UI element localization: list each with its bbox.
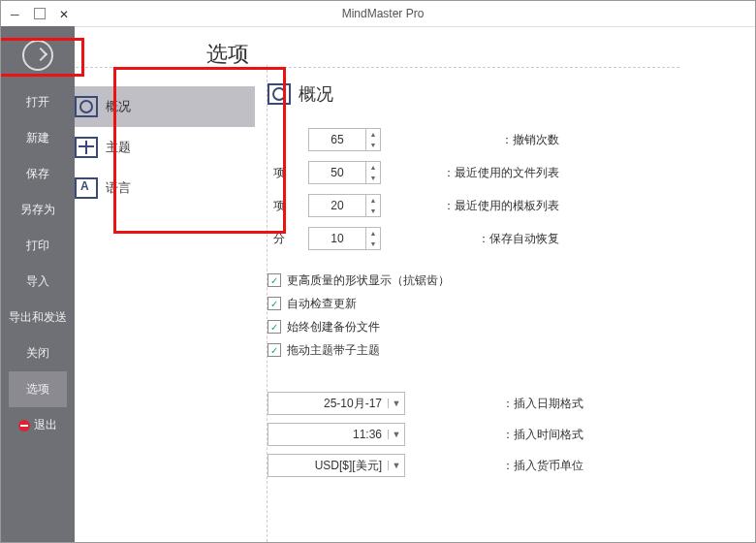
page-title: 选项 bbox=[75, 40, 249, 69]
select-0[interactable]: 25-10月-17▼ bbox=[268, 392, 405, 415]
checkbox-row-1[interactable]: 自动检查更新✓ bbox=[268, 292, 738, 315]
section-title: 概况 bbox=[268, 82, 738, 106]
nav-item-3[interactable]: 另存为 bbox=[9, 192, 67, 228]
checkbox-row-0[interactable]: 更高质量的形状显示（抗锯齿）✓ bbox=[268, 269, 738, 292]
option-icon-2 bbox=[75, 177, 98, 199]
spinner-row-0: 撤销次数：65▲▼ bbox=[268, 125, 738, 154]
spinner-row-2: 最近使用的模板列表：20▲▼项 bbox=[268, 191, 738, 220]
exit-icon bbox=[18, 420, 30, 431]
checkbox-2[interactable]: ✓ bbox=[268, 320, 281, 334]
spinner-1[interactable]: 50▲▼ bbox=[308, 161, 381, 184]
option-0[interactable]: 概况 bbox=[75, 86, 255, 127]
nav-item-2[interactable]: 保存 bbox=[9, 156, 67, 192]
nav-item-4[interactable]: 打印 bbox=[9, 228, 67, 264]
option-icon-0 bbox=[75, 96, 98, 117]
select-1[interactable]: 11:36▼ bbox=[268, 423, 405, 446]
content-pane: 概况 撤销次数：65▲▼最近使用的文件列表：50▲▼项最近使用的模板列表：20▲… bbox=[267, 65, 755, 542]
titlebar: ─ ✕ MindMaster Pro bbox=[1, 1, 755, 27]
options-sidebar: 选项 概况主题语言 bbox=[75, 26, 267, 542]
select-2[interactable]: USD[$][美元]▼ bbox=[268, 454, 405, 477]
nav-item-9[interactable]: 退出 bbox=[9, 407, 67, 443]
close-icon[interactable]: ✕ bbox=[59, 8, 69, 17]
max-icon[interactable] bbox=[34, 8, 46, 19]
select-row-2: 插入货币单位：USD[$][美元]▼ bbox=[268, 451, 738, 480]
spinner-row-1: 最近使用的文件列表：50▲▼项 bbox=[268, 158, 738, 187]
chevron-down-icon: ▼ bbox=[388, 399, 404, 408]
checkbox-row-2[interactable]: 始终创建备份文件✓ bbox=[268, 315, 738, 338]
spinner-2[interactable]: 20▲▼ bbox=[308, 194, 381, 217]
option-icon-1 bbox=[75, 137, 98, 158]
chevron-down-icon: ▼ bbox=[388, 430, 404, 439]
option-2[interactable]: 语言 bbox=[75, 168, 249, 208]
checkbox-3[interactable]: ✓ bbox=[268, 343, 281, 357]
nav-item-7[interactable]: 关闭 bbox=[9, 335, 67, 371]
spinner-3[interactable]: 10▲▼ bbox=[308, 227, 381, 250]
select-row-1: 插入时间格式：11:36▼ bbox=[268, 420, 738, 449]
select-row-0: 插入日期格式：25-10月-17▼ bbox=[268, 389, 738, 418]
chevron-down-icon: ▼ bbox=[388, 461, 404, 470]
nav-item-1[interactable]: 新建 bbox=[9, 120, 67, 156]
option-1[interactable]: 主题 bbox=[75, 127, 249, 168]
app-window: ─ ✕ MindMaster Pro 登录 打开新建保存另存为打印导入导出和发送… bbox=[0, 0, 756, 543]
checkbox-1[interactable]: ✓ bbox=[268, 297, 281, 310]
nav-item-6[interactable]: 导出和发送 bbox=[9, 300, 67, 335]
nav-item-0[interactable]: 打开 bbox=[9, 84, 67, 120]
checkbox-0[interactable]: ✓ bbox=[268, 273, 281, 287]
back-icon[interactable] bbox=[22, 40, 53, 71]
min-icon[interactable]: ─ bbox=[11, 8, 20, 17]
left-nav: 打开新建保存另存为打印导入导出和发送关闭选项退出 bbox=[1, 26, 75, 542]
nav-item-8[interactable]: 选项 bbox=[9, 371, 67, 407]
checkbox-row-3[interactable]: 拖动主题带子主题✓ bbox=[268, 338, 738, 362]
gear-icon bbox=[268, 83, 291, 105]
window-title: MindMaster Pro bbox=[69, 7, 697, 20]
nav-item-5[interactable]: 导入 bbox=[9, 264, 67, 300]
spinner-row-3: 保存自动恢复：10▲▼分 bbox=[268, 224, 738, 253]
spinner-0[interactable]: 65▲▼ bbox=[308, 128, 381, 151]
